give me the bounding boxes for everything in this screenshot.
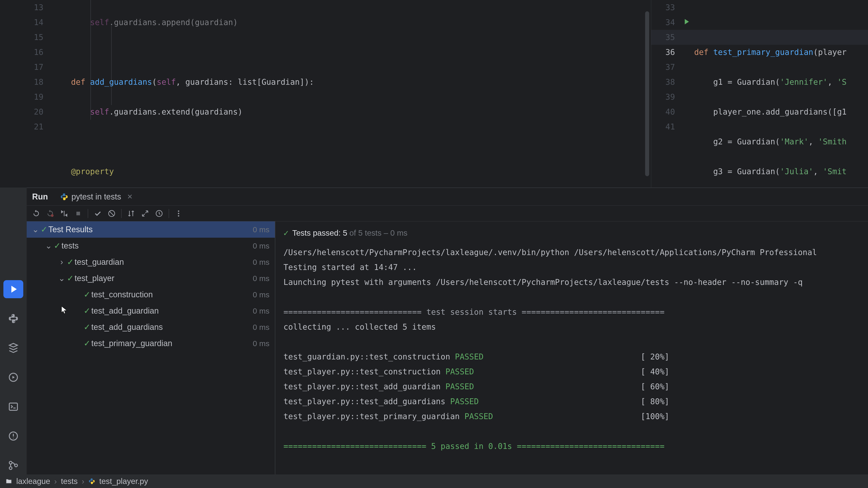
chevron-right-icon: › bbox=[82, 477, 84, 486]
test-results-tree[interactable]: ⌄ ✓ Test Results 0 ms ⌄ ✓ tests 0 ms › ✓… bbox=[27, 221, 275, 475]
summary-label: Tests passed: bbox=[292, 228, 343, 237]
tree-node-tests[interactable]: ⌄ ✓ tests 0 ms bbox=[27, 238, 275, 254]
sort-button[interactable] bbox=[125, 207, 137, 220]
vcs-button[interactable] bbox=[3, 456, 23, 475]
line-number: 14 bbox=[0, 15, 43, 30]
folder-icon bbox=[5, 478, 12, 485]
summary-suffix: of 5 tests – 0 ms bbox=[347, 228, 408, 237]
problems-button[interactable] bbox=[3, 427, 23, 445]
tool-window-rail bbox=[0, 188, 27, 475]
code-content[interactable]: self.guardians.append(guardian) def add_… bbox=[52, 0, 314, 188]
rerun-failed-button[interactable] bbox=[44, 207, 57, 220]
code-line: g1 = Guardian('Jennifer', 'S bbox=[694, 74, 846, 90]
console-line: test_player.py::test_add_guardian PASSED… bbox=[283, 379, 868, 394]
chevron-right-icon[interactable]: › bbox=[57, 257, 66, 267]
code-line: self.guardians.extend(guardians) bbox=[52, 104, 314, 119]
toolbar-separator bbox=[121, 209, 122, 218]
python-console-button[interactable] bbox=[3, 310, 23, 328]
console-separator: ============================= test sessi… bbox=[283, 304, 868, 320]
svg-rect-1 bbox=[9, 403, 18, 410]
console-line: Launching pytest with arguments /Users/h… bbox=[283, 275, 868, 290]
rerun-button[interactable] bbox=[30, 207, 42, 220]
test-console[interactable]: ✓ Tests passed: 5 of 5 tests – 0 ms /Use… bbox=[275, 221, 868, 475]
check-icon: ✓ bbox=[83, 290, 91, 299]
chevron-down-icon[interactable]: ⌄ bbox=[57, 273, 66, 283]
line-number: 38 bbox=[651, 74, 675, 90]
breadcrumb-project[interactable]: laxleague bbox=[16, 477, 50, 486]
run-config-name: pytest in tests bbox=[71, 192, 121, 201]
check-icon: ✓ bbox=[53, 241, 61, 251]
line-number-gutter: 33 34 35 36 37 38 39 40 41 bbox=[651, 0, 681, 134]
console-summary-line: ============================== 5 passed … bbox=[283, 439, 868, 454]
right-editor-pane[interactable]: 33 34 35 36 37 38 39 40 41 def test_prim… bbox=[651, 0, 868, 188]
check-icon: ✓ bbox=[83, 339, 91, 348]
tree-leaf-test[interactable]: ✓ test_primary_guardian 0 ms bbox=[27, 335, 275, 352]
run-tool-window: Run pytest in tests ✕ ⌄ ✓ Test Results bbox=[27, 188, 868, 475]
svg-rect-7 bbox=[76, 212, 80, 215]
run-test-gutter-icon[interactable] bbox=[682, 17, 691, 26]
close-tab-icon[interactable]: ✕ bbox=[127, 193, 133, 201]
line-number: 13 bbox=[0, 0, 43, 15]
run-tool-button[interactable] bbox=[3, 280, 23, 298]
toggle-auto-test-button[interactable] bbox=[58, 207, 70, 220]
check-icon: ✓ bbox=[40, 225, 49, 234]
check-icon: ✓ bbox=[66, 273, 74, 283]
console-line: Testing started at 14:47 ... bbox=[283, 260, 868, 275]
chevron-down-icon[interactable]: ⌄ bbox=[44, 241, 53, 251]
line-number: 41 bbox=[651, 119, 675, 134]
vertical-scrollbar[interactable] bbox=[645, 11, 649, 176]
check-icon: ✓ bbox=[283, 225, 289, 240]
chevron-right-icon: › bbox=[54, 477, 57, 486]
svg-point-3 bbox=[9, 461, 12, 464]
code-line: @property bbox=[52, 164, 314, 179]
console-line: test_player.py::test_construction PASSED… bbox=[283, 364, 868, 379]
code-line: g2 = Guardian('Mark', 'Smith bbox=[694, 134, 846, 149]
console-line: test_guardian.py::test_construction PASS… bbox=[283, 349, 868, 364]
show-passed-button[interactable] bbox=[91, 207, 104, 220]
tree-root-test-results[interactable]: ⌄ ✓ Test Results 0 ms bbox=[27, 221, 275, 238]
services-button[interactable] bbox=[3, 339, 23, 357]
svg-point-11 bbox=[178, 213, 179, 214]
test-history-button[interactable] bbox=[153, 207, 165, 220]
terminal-button[interactable] bbox=[3, 398, 23, 416]
console-line bbox=[283, 290, 868, 304]
code-line: def test_primary_guardian(player bbox=[694, 45, 846, 60]
debug-button[interactable] bbox=[3, 368, 23, 386]
pytest-icon bbox=[60, 193, 68, 201]
line-number: 20 bbox=[0, 104, 43, 119]
run-toolbar bbox=[27, 205, 868, 221]
show-ignored-button[interactable] bbox=[105, 207, 118, 220]
breadcrumb-folder[interactable]: tests bbox=[61, 477, 78, 486]
tree-node-test-player[interactable]: ⌄ ✓ test_player 0 ms bbox=[27, 270, 275, 287]
code-line: self.guardians.append(guardian) bbox=[52, 15, 314, 30]
tree-leaf-test[interactable]: ✓ test_add_guardian 0 ms bbox=[27, 303, 275, 319]
console-line: /Users/helenscott/PycharmProjects/laxlea… bbox=[283, 245, 868, 260]
left-editor-pane[interactable]: 13 14 15 16 17 18 19 20 21 self.guardian… bbox=[0, 0, 651, 188]
breadcrumb-file[interactable]: test_player.py bbox=[99, 477, 148, 486]
console-line: test_player.py::test_add_guardians PASSE… bbox=[283, 394, 868, 409]
console-line: test_player.py::test_primary_guardian PA… bbox=[283, 409, 868, 424]
code-line bbox=[52, 45, 314, 60]
code-content[interactable]: def test_primary_guardian(player g1 = Gu… bbox=[694, 0, 846, 188]
line-number: 18 bbox=[0, 74, 43, 90]
editor-area: 13 14 15 16 17 18 19 20 21 self.guardian… bbox=[0, 0, 868, 188]
line-number: 34 bbox=[651, 15, 675, 30]
line-number: 19 bbox=[0, 90, 43, 104]
tree-node-test-guardian[interactable]: › ✓ test_guardian 0 ms bbox=[27, 254, 275, 270]
stop-button[interactable] bbox=[72, 207, 85, 220]
run-config-tab[interactable]: pytest in tests ✕ bbox=[55, 188, 138, 205]
run-header: Run pytest in tests ✕ bbox=[27, 188, 868, 205]
code-line bbox=[52, 134, 314, 149]
run-body: ⌄ ✓ Test Results 0 ms ⌄ ✓ tests 0 ms › ✓… bbox=[27, 221, 868, 475]
check-icon: ✓ bbox=[83, 306, 91, 316]
line-number: 17 bbox=[0, 60, 43, 74]
line-number-gutter: 13 14 15 16 17 18 19 20 21 bbox=[0, 0, 52, 134]
tree-leaf-test[interactable]: ✓ test_construction 0 ms bbox=[27, 287, 275, 303]
chevron-down-icon[interactable]: ⌄ bbox=[31, 225, 40, 234]
line-number: 33 bbox=[651, 0, 675, 15]
more-options-button[interactable] bbox=[172, 207, 185, 220]
tree-leaf-test[interactable]: ✓ test_add_guardians 0 ms bbox=[27, 319, 275, 335]
console-line bbox=[283, 334, 868, 349]
expand-all-button[interactable] bbox=[139, 207, 151, 220]
console-line bbox=[283, 424, 868, 439]
